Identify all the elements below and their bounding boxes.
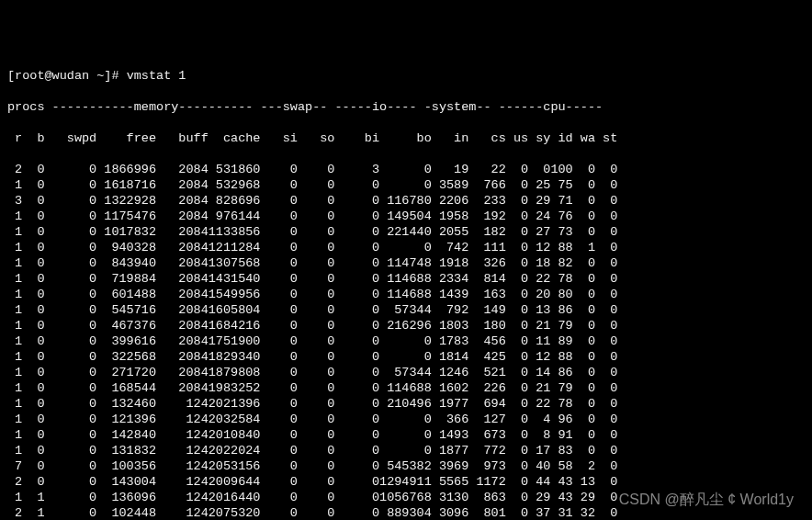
vmstat-row: 1 0 0 1618716 2084 532968 0 0 0 0 3589 7… — [7, 177, 805, 193]
vmstat-row: 2 0 0 1866996 2084 531860 0 0 3 0 19 22 … — [7, 162, 805, 177]
vmstat-row: 2 0 0 143004 1242009644 0 0 01294911 556… — [7, 474, 805, 490]
vmstat-row: 1 0 0 1175476 2084 976144 0 0 0 149504 1… — [7, 209, 805, 224]
vmstat-row: 1 0 0 1017832 20841133856 0 0 0 221440 2… — [7, 224, 805, 240]
vmstat-row: 2 1 0 102448 1242075320 0 0 0 889304 309… — [7, 505, 805, 520]
vmstat-row: 1 0 0 545716 20841605804 0 0 0 57344 792… — [7, 302, 805, 318]
vmstat-row: 3 0 0 1322928 2084 828696 0 0 0 116780 2… — [7, 193, 805, 209]
vmstat-row: 1 0 0 168544 20841983252 0 0 0 114688 16… — [7, 380, 805, 396]
prompt-text: [root@wudan ~]# — [7, 69, 119, 83]
vmstat-row: 1 0 0 399616 20841751900 0 0 0 0 1783 45… — [7, 333, 805, 349]
vmstat-row: 7 0 0 100356 1242053156 0 0 0 545382 396… — [7, 458, 805, 474]
watermark: CSDN @醉凡尘 ¢ World1y — [619, 492, 794, 507]
vmstat-row: 1 0 0 467376 20841684216 0 0 0 216296 18… — [7, 318, 805, 333]
shell-prompt[interactable]: [root@wudan ~]# vmstat 1 — [7, 68, 805, 84]
vmstat-column-header: r b swpd free buff cache si so bi bo in … — [7, 130, 805, 146]
vmstat-row: 1 0 0 131832 1242022024 0 0 0 0 1877 772… — [7, 443, 805, 458]
vmstat-group-header: procs -----------memory---------- ---swa… — [7, 99, 805, 115]
vmstat-row: 1 0 0 142840 1242010840 0 0 0 0 1493 673… — [7, 427, 805, 443]
vmstat-row: 1 0 0 719884 20841431540 0 0 0 114688 23… — [7, 271, 805, 287]
vmstat-row: 1 0 0 121396 1242032584 0 0 0 0 366 127 … — [7, 412, 805, 427]
vmstat-row: 1 0 0 322568 20841829340 0 0 0 0 1814 42… — [7, 349, 805, 365]
vmstat-row: 1 0 0 271720 20841879808 0 0 0 57344 124… — [7, 365, 805, 380]
vmstat-row: 1 0 0 601488 20841549956 0 0 0 114688 14… — [7, 287, 805, 302]
vmstat-output: 2 0 0 1866996 2084 531860 0 0 3 0 19 22 … — [7, 162, 805, 520]
vmstat-row: 1 0 0 940328 20841211284 0 0 0 0 742 111… — [7, 240, 805, 255]
vmstat-row: 1 0 0 132460 1242021396 0 0 0 210496 197… — [7, 396, 805, 412]
vmstat-row: 1 0 0 843940 20841307568 0 0 0 114748 19… — [7, 255, 805, 271]
command-text: vmstat 1 — [127, 69, 186, 83]
